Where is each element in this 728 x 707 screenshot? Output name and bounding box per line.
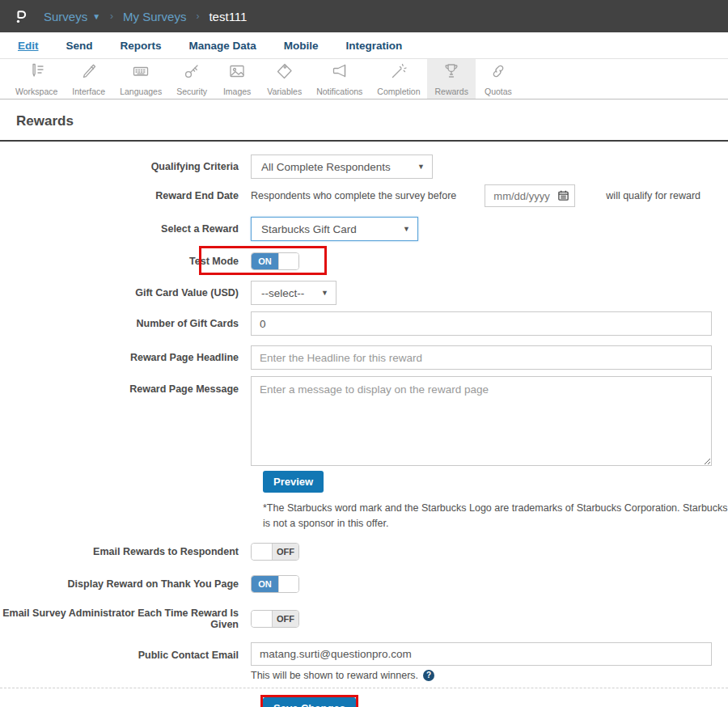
public-contact-email-input[interactable] <box>251 642 712 666</box>
quotas-icon <box>489 61 508 84</box>
top-bar: Surveys ▼ › My Surveys › test111 <box>0 0 728 32</box>
main-nav-tabs: Edit Send Reports Manage Data Mobile Int… <box>0 32 728 59</box>
public-contact-email-field: This will be shown to reward winners. ? <box>251 642 712 681</box>
toggle-knob <box>252 544 273 560</box>
toolbar-item-quotas[interactable]: Quotas <box>476 59 521 99</box>
rewards-settings-page: Surveys ▼ › My Surveys › test111 Edit Se… <box>0 0 728 707</box>
chevron-down-icon[interactable]: ▼ <box>92 12 100 21</box>
toggle-knob <box>252 611 273 627</box>
toggle-knob <box>278 253 298 269</box>
caret-down-icon: ▼ <box>403 225 410 233</box>
breadcrumb-current-survey: test111 <box>209 10 247 23</box>
breadcrumb-my-surveys[interactable]: My Surveys <box>123 10 186 23</box>
select-reward-select[interactable]: Starbucks Gift Card ▼ <box>251 217 418 241</box>
reward-page-message-label: Reward Page Message <box>0 376 251 395</box>
email-admin-toggle[interactable]: OFF <box>251 610 299 628</box>
number-of-gift-cards-label: Number of Gift Cards <box>0 318 251 329</box>
completion-icon <box>389 61 408 84</box>
tab-integration[interactable]: Integration <box>346 40 403 52</box>
workspace-icon <box>27 61 46 84</box>
email-admin-label: Email Survey Administrator Each Time Rew… <box>0 608 251 630</box>
tab-send[interactable]: Send <box>66 40 93 52</box>
toolbar-item-security[interactable]: Security <box>169 59 214 99</box>
languages-icon <box>131 61 150 84</box>
breadcrumb-surveys-menu[interactable]: Surveys <box>44 10 87 23</box>
save-changes-button[interactable]: Save Changes <box>263 697 356 707</box>
page-title: Rewards <box>16 113 728 129</box>
reward-end-date-label: Reward End Date <box>0 190 251 201</box>
security-icon <box>182 61 201 84</box>
tab-reports[interactable]: Reports <box>121 40 162 52</box>
toolbar-item-rewards[interactable]: Rewards <box>427 59 475 99</box>
email-rewards-label: Email Rewards to Respondent <box>0 546 251 557</box>
variables-icon <box>275 61 294 84</box>
caret-down-icon: ▼ <box>417 163 425 171</box>
reward-page-headline-label: Reward Page Headline <box>0 352 251 363</box>
gift-card-value-select[interactable]: --select-- ▼ <box>251 281 336 305</box>
reward-end-date-field <box>485 184 575 207</box>
reward-end-date-prefix: Respondents who complete the survey befo… <box>251 190 456 201</box>
display-reward-toggle[interactable]: ON <box>251 575 299 593</box>
edit-section-toolbar: Workspace Interface Languages Security I… <box>0 59 728 99</box>
toolbar-item-notifications[interactable]: Notifications <box>309 59 370 99</box>
toolbar-item-languages[interactable]: Languages <box>112 59 169 99</box>
rewards-icon <box>442 61 461 84</box>
interface-icon <box>79 61 99 84</box>
images-icon <box>227 61 247 84</box>
public-contact-email-label: Public Contact Email <box>0 642 251 661</box>
help-icon[interactable]: ? <box>423 670 434 681</box>
calendar-icon[interactable] <box>557 189 569 201</box>
preview-button[interactable]: Preview <box>263 471 324 493</box>
test-mode-label: Test Mode <box>0 256 251 267</box>
questionpro-logo-icon[interactable] <box>11 6 31 26</box>
toggle-knob <box>278 576 298 592</box>
public-contact-email-helper-text: This will be shown to reward winners. <box>251 670 418 681</box>
toolbar-item-completion[interactable]: Completion <box>370 59 427 99</box>
toolbar-item-interface[interactable]: Interface <box>65 59 112 99</box>
reward-end-date-suffix: will qualify for reward <box>606 190 700 201</box>
toolbar-item-workspace[interactable]: Workspace <box>8 59 65 99</box>
caret-down-icon: ▼ <box>321 289 328 297</box>
breadcrumb-separator-icon: › <box>110 11 113 22</box>
number-of-gift-cards-input[interactable] <box>251 311 712 336</box>
qualifying-criteria-label: Qualifying Criteria <box>0 161 251 172</box>
breadcrumb-separator-icon: › <box>196 11 199 22</box>
reward-page-message-textarea[interactable] <box>251 376 712 466</box>
reward-page-headline-input[interactable] <box>251 345 712 370</box>
notifications-icon <box>330 61 349 84</box>
rewards-form: Qualifying Criteria All Complete Respond… <box>0 142 728 707</box>
save-changes-annotation-box: Save Changes <box>260 695 358 707</box>
select-reward-label: Select a Reward <box>0 223 251 235</box>
tab-edit[interactable]: Edit <box>18 40 39 52</box>
toolbar-item-variables[interactable]: Variables <box>260 59 309 99</box>
email-rewards-toggle[interactable]: OFF <box>251 543 299 561</box>
tab-manage-data[interactable]: Manage Data <box>189 40 256 52</box>
gift-card-value-label: Gift Card Value (USD) <box>0 287 251 298</box>
qualifying-criteria-select[interactable]: All Complete Respondents ▼ <box>251 155 433 179</box>
section-dashed-divider <box>0 688 728 688</box>
toolbar-item-images[interactable]: Images <box>214 59 260 99</box>
tab-mobile[interactable]: Mobile <box>284 40 319 52</box>
test-mode-toggle[interactable]: ON <box>251 252 299 270</box>
starbucks-disclaimer-text: *The Starbucks word mark and the Starbuc… <box>263 501 728 532</box>
display-reward-label: Display Reward on Thank You Page <box>0 578 251 590</box>
